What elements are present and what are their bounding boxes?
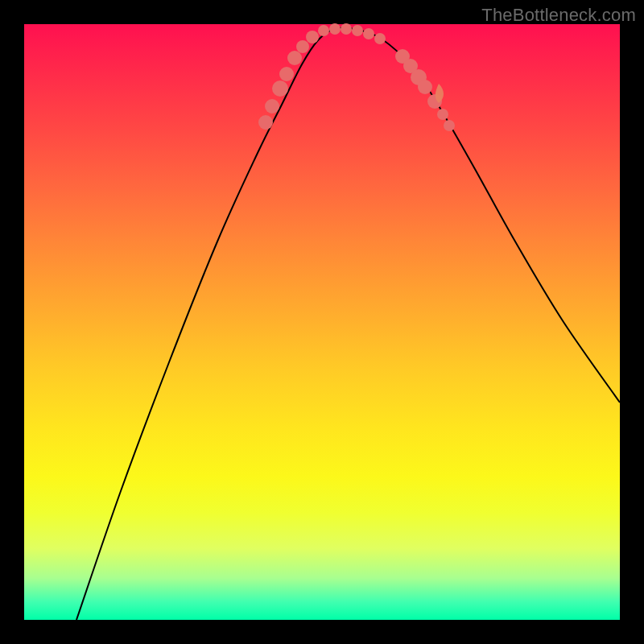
data-point-dot: [329, 23, 341, 35]
bottleneck-curve-line: [76, 27, 620, 620]
data-point-dot: [318, 25, 329, 36]
watermark-text: TheBottleneck.com: [481, 5, 636, 26]
data-point-dot: [444, 120, 455, 131]
data-point-dot: [296, 40, 309, 53]
bottleneck-chart: [24, 24, 620, 620]
data-point-dot: [341, 23, 352, 35]
data-point-dot: [437, 109, 448, 120]
data-point-dot: [287, 51, 302, 65]
data-point-dot: [363, 28, 374, 39]
data-point-dot: [265, 99, 279, 114]
data-point-dot: [374, 33, 386, 44]
data-point-dot: [418, 80, 432, 94]
data-point-dot: [352, 25, 363, 36]
data-point-markers: [258, 23, 455, 131]
flame-annotation: [436, 84, 444, 103]
data-point-dot: [272, 80, 288, 97]
data-point-dot: [258, 115, 273, 130]
data-point-dot: [279, 67, 294, 81]
data-point-dot: [306, 31, 319, 43]
flame-icon: [436, 84, 444, 103]
